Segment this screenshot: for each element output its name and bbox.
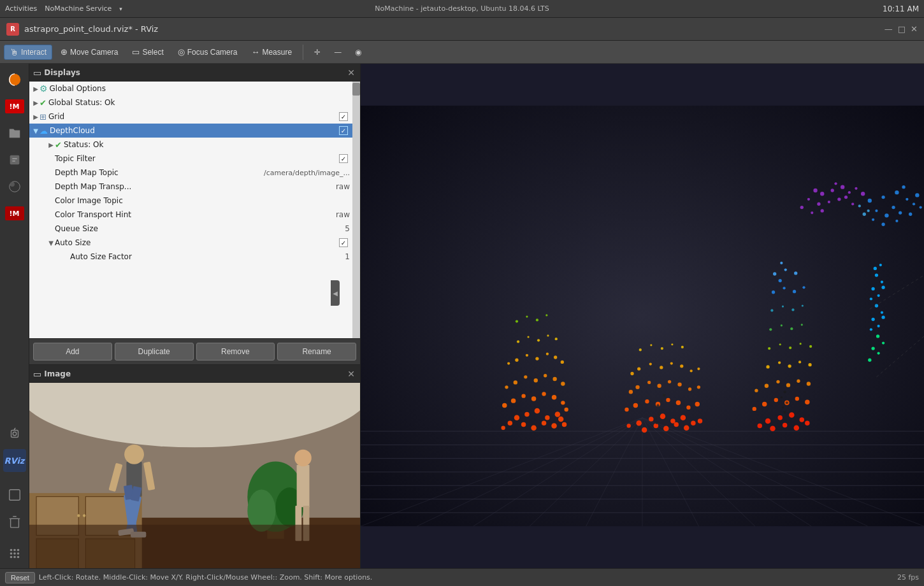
sidebar-apps-icon[interactable] — [3, 541, 27, 566]
displays-scrollbar[interactable] — [352, 82, 360, 338]
arrow-status-ok[interactable]: ▶ — [47, 141, 55, 148]
add-button[interactable]: Add — [33, 343, 112, 361]
tree-item-auto-size[interactable]: ▼ Auto Size ✓ — [29, 236, 352, 250]
arrow-global-status[interactable]: ▶ — [32, 99, 40, 106]
move-camera-button[interactable]: ⊕ Move Camera — [55, 45, 124, 59]
svg-point-165 — [636, 420, 642, 426]
svg-point-122 — [524, 412, 529, 417]
svg-point-176 — [627, 424, 631, 427]
value-depth-map-topic: /camera/depth/image_... — [261, 169, 350, 177]
tree-item-depth-map-transp[interactable]: Depth Map Transp... raw — [29, 180, 352, 194]
circle-icon-btn[interactable]: ◉ — [349, 43, 367, 61]
svg-point-102 — [875, 273, 878, 276]
svg-point-210 — [660, 400, 662, 402]
displays-close-button[interactable]: ✕ — [346, 68, 356, 78]
label-grid: Grid — [48, 112, 339, 121]
arrow-auto-size[interactable]: ▼ — [47, 239, 55, 247]
svg-point-223 — [805, 421, 809, 425]
displays-tree[interactable]: ▶ ⚙ Global Options ▶ ✔ Global Status: Ok… — [29, 82, 352, 338]
measure-button[interactable]: ↔ Measure — [245, 45, 298, 59]
checkbox-auto-size[interactable]: ✓ — [339, 238, 348, 247]
tree-item-depthcloud[interactable]: ▼ ☁ DepthCloud ✓ — [29, 124, 352, 138]
svg-point-207 — [658, 413, 660, 415]
sidebar-files2-icon[interactable] — [3, 148, 27, 172]
checkbox-depthcloud[interactable]: ✓ — [339, 126, 348, 135]
sidebar-files-icon[interactable] — [3, 121, 27, 145]
svg-point-129 — [551, 423, 557, 429]
tree-item-grid[interactable]: ▶ ⊞ Grid ✓ — [29, 110, 352, 124]
checkbox-topic-filter[interactable]: ✓ — [339, 154, 348, 163]
maximize-icon[interactable]: □ — [898, 24, 906, 34]
sidebar-collapse-icon[interactable] — [3, 483, 27, 507]
focus-camera-button[interactable]: ◎ Focus Camera — [172, 45, 243, 59]
svg-point-236 — [766, 365, 769, 368]
tree-item-auto-size-factor[interactable]: Auto Size Factor 1 — [29, 250, 352, 264]
label-topic-filter: Topic Filter — [55, 154, 339, 163]
svg-point-26 — [77, 514, 80, 517]
system-bar-left: Activities NoMachine Service ▾ — [5, 4, 122, 13]
value-auto-size-factor: 1 — [342, 252, 350, 261]
svg-point-140 — [502, 403, 507, 408]
svg-point-135 — [521, 394, 525, 397]
close-icon[interactable]: ✕ — [911, 24, 918, 34]
svg-point-152 — [546, 353, 549, 355]
svg-point-134 — [511, 398, 516, 403]
3d-viewport[interactable] — [361, 64, 924, 568]
tree-item-topic-filter[interactable]: Topic Filter ✓ — [29, 152, 352, 166]
remove-button[interactable]: Remove — [196, 343, 275, 361]
nomachine-service-label[interactable]: NoMachine Service — [45, 4, 112, 13]
image-close-button[interactable]: ✕ — [346, 369, 356, 379]
svg-point-193 — [697, 385, 700, 389]
select-button[interactable]: ▭ Select — [126, 45, 169, 59]
minus-icon-btn[interactable]: — — [329, 43, 347, 61]
sidebar-im-icon[interactable]: !M — [3, 94, 27, 118]
svg-point-150 — [526, 354, 528, 357]
rename-button[interactable]: Rename — [277, 343, 356, 361]
arrow-depthcloud[interactable]: ▼ — [32, 127, 40, 134]
displays-panel-title: Displays — [44, 68, 80, 77]
svg-point-232 — [786, 383, 790, 387]
svg-point-231 — [776, 380, 779, 383]
svg-point-127 — [531, 425, 537, 431]
nomachine-dropdown-icon[interactable]: ▾ — [119, 6, 122, 12]
checkbox-grid[interactable]: ✓ — [339, 112, 348, 121]
sidebar-icons: !M !M RViz — [0, 64, 29, 568]
system-bar-right: 10:11 AM — [883, 4, 919, 13]
svg-point-158 — [537, 339, 540, 341]
svg-point-153 — [554, 355, 557, 359]
svg-point-172 — [654, 424, 658, 428]
add-icon-btn[interactable]: ✛ — [308, 43, 326, 61]
tree-item-color-image-topic[interactable]: Color Image Topic — [29, 194, 352, 208]
icon-global-status: ✔ — [40, 98, 47, 108]
sidebar-rviz-icon[interactable]: RViz — [3, 448, 27, 473]
svg-point-220 — [770, 426, 776, 432]
duplicate-button[interactable]: Duplicate — [115, 343, 194, 361]
arrow-grid[interactable]: ▶ — [32, 113, 40, 120]
svg-point-166 — [649, 417, 653, 421]
interact-button[interactable]: 🖱 Interact — [4, 45, 52, 60]
scrollbar-thumb[interactable] — [352, 83, 360, 96]
svg-point-238 — [788, 364, 791, 368]
collapse-handle[interactable]: ◀ — [331, 280, 340, 306]
sidebar-ball-icon[interactable] — [3, 175, 27, 199]
svg-point-138 — [552, 395, 556, 399]
icon-global-options: ⚙ — [40, 83, 48, 94]
tree-item-global-status[interactable]: ▶ ✔ Global Status: Ok — [29, 96, 352, 110]
reset-button[interactable]: Reset — [5, 572, 35, 583]
tree-item-depth-map-topic[interactable]: Depth Map Topic /camera/depth/image_... — [29, 166, 352, 180]
tree-item-color-transport[interactable]: Color Transport Hint raw — [29, 208, 352, 222]
sidebar-firefox-icon[interactable] — [3, 68, 27, 92]
svg-point-263 — [784, 411, 786, 413]
sidebar-trash-icon[interactable] — [3, 510, 27, 534]
activities-label[interactable]: Activities — [5, 4, 37, 13]
sidebar-tools-icon[interactable] — [3, 422, 27, 446]
tree-item-status-ok[interactable]: ▶ ✔ Status: Ok — [29, 138, 352, 152]
tree-item-global-options[interactable]: ▶ ⚙ Global Options — [29, 82, 352, 96]
sidebar-im2-icon[interactable]: !M — [3, 201, 27, 225]
svg-point-13 — [17, 552, 19, 555]
svg-point-69 — [848, 191, 851, 194]
move-camera-label: Move Camera — [70, 48, 118, 57]
minimize-icon[interactable]: — — [884, 24, 893, 34]
tree-item-queue-size[interactable]: Queue Size 5 — [29, 222, 352, 236]
arrow-global-options[interactable]: ▶ — [32, 85, 40, 92]
